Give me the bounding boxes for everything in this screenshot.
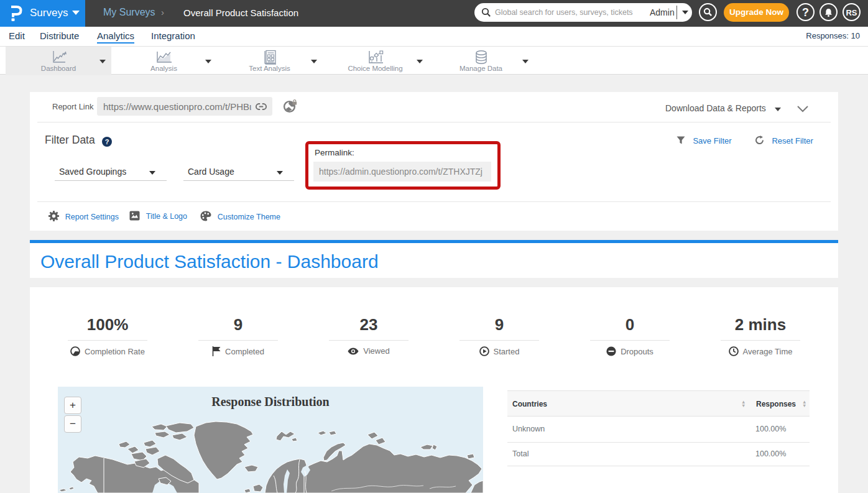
svg-text:?: ?: [105, 138, 109, 145]
